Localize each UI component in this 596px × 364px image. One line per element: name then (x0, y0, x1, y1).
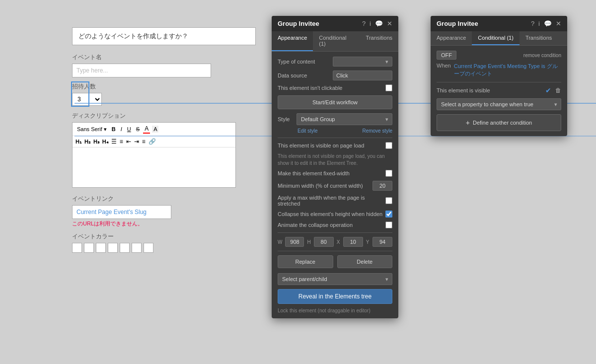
collapse-height-checkbox[interactable] (385, 211, 392, 218)
indent-left-btn[interactable]: ⇤ (126, 138, 131, 145)
color-swatch-3[interactable] (96, 243, 106, 253)
cond-tab-transitions[interactable]: Transitions (520, 31, 558, 45)
y-label: Y (366, 239, 370, 245)
font-select[interactable]: Sans Serif ▾ (75, 126, 108, 133)
trash-icon[interactable]: 🗑 (555, 87, 561, 94)
underline-btn[interactable]: U (126, 126, 133, 133)
h-input[interactable] (314, 237, 334, 247)
style-label: Style (278, 116, 293, 122)
cond-off-row: OFF remove condition (437, 51, 561, 60)
cond-help-icon[interactable]: ? (531, 20, 534, 27)
max-width-checkbox[interactable] (385, 197, 392, 204)
bold-btn[interactable]: B (110, 126, 117, 133)
w-input[interactable] (285, 237, 304, 247)
color-swatch-2[interactable] (84, 243, 94, 253)
type-of-content-select[interactable] (333, 57, 392, 67)
indent-btn[interactable]: ⇥ (134, 138, 139, 145)
help-icon[interactable]: ? (362, 20, 366, 27)
cond-off-label[interactable]: OFF (437, 51, 456, 60)
event-color-section: イベントカラー (72, 232, 268, 253)
not-clickable-row: This element isn't clickable (278, 84, 392, 91)
not-clickable-label: This element isn't clickable (278, 85, 385, 91)
style-select[interactable]: Default Group (297, 113, 392, 125)
color-swatch-6[interactable] (132, 243, 142, 253)
invitee-selected: 招待人数 3 (72, 82, 268, 106)
panel-body: Type of content Data source Click This e… (272, 52, 398, 318)
fixed-width-checkbox[interactable] (385, 170, 392, 177)
form-content: どのようなイベントを作成しますか？ イベント名 Type here... 招待人… (72, 27, 268, 253)
define-condition-btn[interactable]: + Define another condition (437, 114, 561, 131)
h1-btn[interactable]: H₁ (75, 139, 81, 145)
event-link-input[interactable]: Current Page Event's Slug (72, 205, 171, 219)
h4-btn[interactable]: H₄ (102, 139, 108, 145)
event-name-label: イベント名 (72, 53, 268, 62)
h2-btn[interactable]: H₂ (84, 139, 90, 145)
rte-content[interactable] (73, 147, 235, 187)
tab-conditional[interactable]: Conditional (1) (313, 31, 360, 51)
condition-text[interactable]: Current Page Event's Meeting Type is グルー… (454, 63, 561, 78)
cond-chat-icon[interactable]: 💬 (544, 20, 552, 27)
select-parent-wrapper: Select parent/child (278, 273, 392, 285)
type-of-content-row: Type of content (278, 57, 392, 67)
font-bg-btn[interactable]: A (152, 126, 158, 133)
edit-style-link[interactable]: Edit style (298, 128, 318, 134)
rich-text-editor[interactable]: Sans Serif ▾ B I U S A A H₁ H₂ H₃ H₄ ☰ ≡… (72, 122, 236, 188)
not-visible-text: This element is not visible on page load… (278, 153, 392, 167)
chat-icon[interactable]: 💬 (375, 20, 383, 27)
animate-collapse-checkbox[interactable] (385, 221, 392, 228)
tab-appearance[interactable]: Appearance (272, 31, 313, 51)
rte-toolbar: Sans Serif ▾ B I U S A A (73, 123, 235, 136)
description-section: ディスクリプション Sans Serif ▾ B I U S A A H₁ H₂… (72, 112, 268, 188)
align-btn[interactable]: ≡ (142, 138, 146, 145)
w-label: W (278, 239, 282, 245)
event-color-label: イベントカラー (72, 232, 268, 241)
property-select[interactable]: Select a property to change when true (437, 98, 561, 110)
replace-btn[interactable]: Replace (278, 255, 333, 268)
color-swatch-7[interactable] (144, 243, 153, 253)
color-swatch-1[interactable] (72, 243, 82, 253)
visible-actions: ✔ 🗑 (545, 86, 561, 94)
visible-on-load-label: This element is visible on page load (278, 143, 385, 148)
event-name-input[interactable]: Type here... (72, 64, 211, 77)
visible-on-load-checkbox[interactable] (385, 142, 392, 149)
panel-tabs: Appearance Conditional (1) Transitions (272, 31, 398, 52)
not-clickable-checkbox[interactable] (385, 84, 392, 91)
min-width-input[interactable] (372, 181, 392, 191)
cond-tab-appearance[interactable]: Appearance (431, 31, 472, 45)
color-swatch-5[interactable] (120, 243, 130, 253)
panel-title: Group Invitee (278, 20, 319, 27)
list-unordered-btn[interactable]: ≡ (120, 138, 123, 145)
remove-style-link[interactable]: Remove style (362, 128, 392, 134)
strikethrough-btn[interactable]: S (135, 126, 141, 133)
plus-icon: + (466, 119, 470, 127)
invitee-count-select[interactable]: 3 (72, 93, 102, 106)
workflow-btn[interactable]: Start/Edit workflow (278, 95, 392, 109)
tab-transitions[interactable]: Transitions (360, 31, 398, 51)
close-icon[interactable]: ✕ (387, 20, 392, 27)
x-label: X (337, 239, 340, 245)
reveal-elements-btn[interactable]: Reveal in the Elements tree (278, 289, 392, 304)
x-input[interactable] (343, 237, 363, 247)
remove-condition-link[interactable]: remove condition (523, 53, 561, 58)
info-icon[interactable]: i (370, 20, 371, 27)
animate-collapse-row: Animate the collapse operation (278, 221, 392, 228)
font-color-btn[interactable]: A (143, 125, 150, 134)
color-swatch-4[interactable] (108, 243, 118, 253)
cond-info-icon[interactable]: i (538, 20, 540, 27)
replace-delete-row: Replace Delete (278, 255, 392, 268)
link-btn[interactable]: 🔗 (149, 138, 156, 145)
cond-tab-conditional[interactable]: Conditional (1) (472, 31, 520, 45)
list-ordered-btn[interactable]: ☰ (111, 138, 117, 145)
question-input[interactable]: どのようなイベントを作成しますか？ (72, 27, 256, 45)
cond-close-icon[interactable]: ✕ (556, 20, 561, 27)
h-label: H (307, 239, 310, 245)
italic-btn[interactable]: I (119, 126, 124, 133)
select-parent-select[interactable]: Select parent/child (278, 273, 392, 285)
data-source-row: Data source Click (278, 71, 392, 80)
h3-btn[interactable]: H₃ (93, 139, 99, 145)
data-source-value[interactable]: Click (333, 71, 392, 80)
y-input[interactable] (372, 237, 392, 247)
cond-panel-icons: ? i 💬 ✕ (531, 20, 561, 27)
delete-btn[interactable]: Delete (337, 255, 393, 268)
collapse-height-row: Collapse this element's height when hidd… (278, 211, 392, 218)
